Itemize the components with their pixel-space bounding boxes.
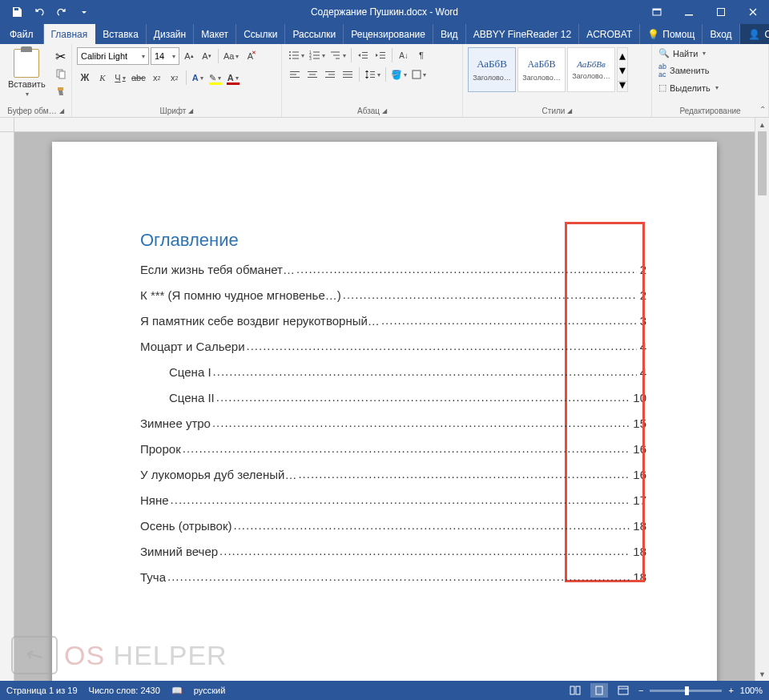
change-case-button[interactable]: Aa▾ bbox=[222, 48, 240, 64]
underline-button[interactable]: Ч▾ bbox=[112, 70, 128, 86]
toc-entry[interactable]: Зимнее утро15 bbox=[140, 416, 646, 430]
shading-button[interactable]: 🪣▾ bbox=[389, 66, 409, 82]
toc-entry[interactable]: Если жизнь тебя обманет…2 bbox=[140, 262, 646, 276]
justify-button[interactable] bbox=[340, 66, 356, 82]
tab-abbyy[interactable]: ABBYY FineReader 12 bbox=[466, 24, 580, 44]
tab-view[interactable]: Вид bbox=[433, 24, 466, 44]
zoom-level[interactable]: 100% bbox=[740, 686, 763, 695]
styles-gallery[interactable]: АаБбВЗаголово… АаБбВЗаголово… АаБбВвЗаго… bbox=[468, 47, 628, 92]
find-button[interactable]: 🔍Найти▾ bbox=[657, 47, 720, 59]
toc-entry[interactable]: Пророк16 bbox=[140, 441, 646, 456]
toc-entry[interactable]: Зимний вечер18 bbox=[140, 544, 646, 558]
highlight-button[interactable]: ✎▾ bbox=[207, 70, 223, 86]
save-button[interactable] bbox=[6, 2, 27, 22]
tab-file[interactable]: Файл bbox=[0, 24, 44, 44]
toc-entry[interactable]: К *** (Я помню чудное мгновенье…)2 bbox=[140, 288, 646, 302]
toc-entry[interactable]: Няне17 bbox=[140, 493, 646, 507]
sign-in-button[interactable]: Вход bbox=[703, 24, 739, 44]
style-heading2[interactable]: АаБбВЗаголово… bbox=[517, 47, 566, 92]
undo-button[interactable] bbox=[29, 2, 50, 22]
replace-button[interactable]: abacЗаменить bbox=[657, 62, 720, 79]
multilevel-list-button[interactable]: ▾ bbox=[328, 47, 348, 63]
shrink-font-button[interactable]: A▾ bbox=[199, 48, 215, 64]
scroll-thumb[interactable] bbox=[758, 131, 767, 195]
cut-button[interactable]: ✂ bbox=[52, 49, 70, 63]
minimize-button[interactable] bbox=[673, 0, 705, 24]
close-button[interactable] bbox=[737, 0, 769, 24]
align-right-button[interactable] bbox=[322, 66, 338, 82]
ribbon-display-button[interactable] bbox=[641, 0, 673, 24]
sort-button[interactable]: A↓ bbox=[396, 47, 412, 63]
numbering-button[interactable]: 123▾ bbox=[308, 47, 327, 63]
toc-entry[interactable]: Туча18 bbox=[140, 569, 646, 584]
line-spacing-button[interactable]: ▾ bbox=[363, 66, 382, 82]
clear-formatting-button[interactable]: A✕ bbox=[242, 48, 258, 64]
toc-entry[interactable]: Осень (отрывок)18 bbox=[140, 518, 646, 533]
paste-button[interactable]: Вставить ▾ bbox=[5, 47, 49, 99]
borders-button[interactable]: ▾ bbox=[410, 66, 428, 82]
format-painter-button[interactable] bbox=[52, 84, 70, 99]
scroll-up-button[interactable]: ▲ bbox=[755, 118, 769, 131]
italic-button[interactable]: К bbox=[95, 70, 111, 86]
align-center-button[interactable] bbox=[304, 66, 320, 82]
tab-acrobat[interactable]: ACROBAT bbox=[579, 24, 640, 44]
qat-customize-button[interactable] bbox=[74, 2, 95, 22]
toc-entry[interactable]: Сцена II10 bbox=[140, 390, 646, 404]
language-button[interactable]: русский bbox=[194, 686, 225, 695]
zoom-slider[interactable] bbox=[650, 690, 722, 692]
collapse-ribbon-button[interactable]: ⌃ bbox=[759, 105, 766, 114]
dialog-launcher-icon[interactable]: ◢ bbox=[382, 107, 387, 115]
bold-button[interactable]: Ж bbox=[77, 70, 93, 86]
increase-indent-button[interactable] bbox=[372, 47, 389, 63]
tab-references[interactable]: Ссылки bbox=[236, 24, 285, 44]
font-color-button[interactable]: A▾ bbox=[225, 70, 241, 86]
vertical-scrollbar[interactable]: ▲ ▼ bbox=[755, 118, 769, 681]
toc-entry[interactable]: Я памятник себе воздвиг нерукотворный…3 bbox=[140, 313, 646, 328]
tab-design[interactable]: Дизайн bbox=[147, 24, 194, 44]
page-count[interactable]: Страница 1 из 19 bbox=[6, 686, 78, 695]
read-mode-button[interactable] bbox=[566, 683, 584, 698]
toc-entry[interactable]: Сцена I4 bbox=[140, 364, 646, 379]
select-button[interactable]: ⬚Выделить▾ bbox=[657, 82, 720, 94]
align-left-button[interactable] bbox=[287, 66, 303, 82]
vertical-ruler[interactable] bbox=[0, 132, 14, 681]
text-effects-button[interactable]: A▾ bbox=[190, 70, 206, 86]
toc-entry[interactable]: Моцарт и Сальери4 bbox=[140, 339, 646, 353]
strikethrough-button[interactable]: abc bbox=[130, 70, 147, 86]
font-name-combo[interactable]: Calibri Light▾ bbox=[77, 47, 149, 65]
tab-home[interactable]: Главная bbox=[44, 24, 96, 44]
style-heading3[interactable]: АаБбВвЗаголово… bbox=[567, 47, 615, 92]
spell-check-button[interactable]: 📖 bbox=[171, 686, 183, 696]
dialog-launcher-icon[interactable]: ◢ bbox=[59, 107, 64, 115]
font-size-combo[interactable]: 14▾ bbox=[151, 47, 179, 65]
bullets-button[interactable]: ▾ bbox=[287, 47, 306, 63]
scroll-down-button[interactable]: ▼ bbox=[755, 667, 769, 681]
style-heading1[interactable]: АаБбВЗаголово… bbox=[468, 47, 516, 92]
redo-button[interactable] bbox=[51, 2, 72, 22]
tab-review[interactable]: Рецензирование bbox=[344, 24, 433, 44]
tab-insert[interactable]: Вставка bbox=[95, 24, 147, 44]
maximize-button[interactable] bbox=[705, 0, 737, 24]
grow-font-button[interactable]: A▴ bbox=[181, 48, 197, 64]
share-button[interactable]: 👤Общий доступ bbox=[740, 24, 769, 44]
dialog-launcher-icon[interactable]: ◢ bbox=[188, 107, 193, 115]
document-page[interactable]: Оглавление Если жизнь тебя обманет…2К **… bbox=[52, 142, 717, 681]
zoom-out-button[interactable]: − bbox=[638, 686, 643, 695]
subscript-button[interactable]: x2 bbox=[149, 70, 165, 86]
decrease-indent-button[interactable] bbox=[355, 47, 371, 63]
svg-rect-46 bbox=[618, 686, 628, 694]
tell-me-button[interactable]: 💡Помощ bbox=[640, 24, 703, 44]
tab-mailings[interactable]: Рассылки bbox=[285, 24, 344, 44]
toc-entry[interactable]: У лукоморья дуб зеленый…16 bbox=[140, 467, 646, 481]
word-count[interactable]: Число слов: 2430 bbox=[89, 686, 160, 695]
zoom-in-button[interactable]: + bbox=[728, 686, 733, 695]
horizontal-ruler[interactable] bbox=[14, 118, 755, 132]
print-layout-button[interactable] bbox=[590, 683, 608, 698]
copy-button[interactable] bbox=[52, 66, 70, 81]
web-layout-button[interactable] bbox=[614, 683, 632, 698]
superscript-button[interactable]: x2 bbox=[167, 70, 183, 86]
dialog-launcher-icon[interactable]: ◢ bbox=[567, 107, 572, 115]
styles-more-button[interactable]: ▴▾▾ bbox=[617, 47, 628, 92]
show-marks-button[interactable]: ¶ bbox=[413, 47, 429, 63]
tab-layout[interactable]: Макет bbox=[194, 24, 236, 44]
